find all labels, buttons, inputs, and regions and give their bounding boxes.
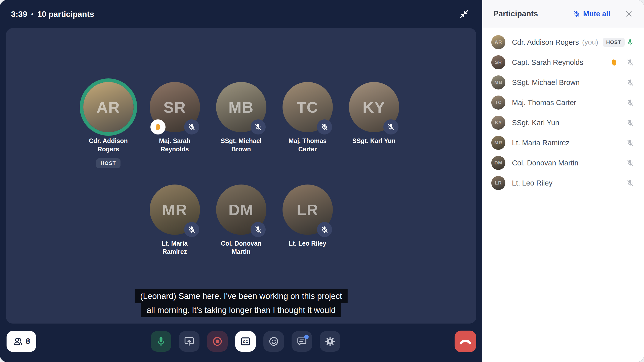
raised-hand-icon [611, 59, 618, 66]
mic-status-icon[interactable] [626, 119, 634, 126]
mic-status-icon[interactable] [626, 79, 634, 86]
avatar: KY [491, 116, 505, 130]
raised-hand-icon [154, 123, 162, 131]
caption-line-2: all morning. It's taking longer than I t… [141, 303, 341, 317]
participant-name: Maj. Thomas Carter [512, 99, 576, 107]
mic-status-icon[interactable] [626, 99, 634, 106]
participant-row[interactable]: DM Col. Donovan Martin [482, 153, 644, 173]
avatar-initials: AR [97, 98, 120, 116]
avatar: AR [491, 35, 505, 49]
mic-status-icon[interactable] [626, 38, 634, 46]
captions-button[interactable]: CC [235, 331, 256, 352]
control-bar: 8 [0, 322, 482, 362]
main-area: 3:39 • 10 participants AR Cdr. Ad [0, 0, 482, 362]
muted-mic-badge [317, 222, 332, 237]
participant-tile[interactable]: SR [146, 82, 204, 185]
mic-on-icon [155, 336, 167, 347]
participant-name: Maj. Thomas Carter [283, 137, 332, 153]
participant-tile[interactable]: LR Lt. Leo Riley [278, 185, 337, 287]
participant-grid: AR Cdr. Addison Rogers HOST SR [6, 28, 476, 287]
chat-notification-dot [304, 335, 309, 339]
participant-row[interactable]: TC Maj. Thomas Carter [482, 93, 644, 113]
avatar: AR [83, 82, 134, 132]
caption-line-1: (Leonard) Same here. I've been working o… [135, 289, 347, 303]
participant-tile[interactable]: TC Maj. Thomas Carter [278, 82, 337, 185]
mic-muted-icon [573, 10, 580, 17]
collapse-arrows-icon [459, 9, 470, 20]
mute-all-label: Mute all [583, 10, 610, 18]
host-badge: HOST [603, 38, 625, 47]
participant-row[interactable]: LR Lt. Leo Riley [482, 173, 644, 193]
participant-tile[interactable]: MR Lt. Maria Ramirez [146, 185, 204, 287]
avatar-wrap: SR [150, 82, 200, 132]
avatar-wrap: DM [216, 185, 266, 235]
participants-panel-header: Participants Mute all [482, 0, 644, 28]
mic-muted-icon [387, 123, 395, 131]
settings-button[interactable] [320, 331, 340, 352]
avatar-initials: KY [363, 98, 385, 116]
participant-row[interactable]: MB SSgt. Michael Brown [482, 72, 644, 93]
avatar-initials: MR [162, 201, 187, 219]
participant-name: Col. Donovan Martin [512, 159, 578, 167]
avatar-initials: MR [494, 140, 502, 146]
avatar-initials: LR [495, 180, 502, 186]
grid-row-2: MR Lt. Maria Ramirez DM [6, 185, 476, 287]
participant-row[interactable]: AR Cdr. Addison Rogers (you) HOST [482, 32, 644, 52]
avatar: SR [491, 55, 505, 69]
participant-row[interactable]: MR Lt. Maria Ramirez [482, 133, 644, 153]
participant-tile[interactable]: MB SSgt. Michael Brown [212, 82, 270, 185]
avatar-initials: TC [297, 98, 318, 116]
smiley-icon [268, 336, 279, 347]
raised-hand-badge [150, 119, 166, 134]
muted-mic-badge [184, 119, 199, 134]
mic-status-icon[interactable] [626, 159, 634, 167]
close-panel-button[interactable] [623, 10, 634, 18]
avatar-wrap: MR [150, 185, 200, 235]
mic-status-icon[interactable] [626, 139, 634, 147]
mic-muted-icon [254, 225, 262, 234]
separator-dot: • [31, 11, 33, 18]
avatar-initials: SR [495, 60, 502, 65]
avatar-initials: MB [494, 80, 502, 85]
avatar: MB [491, 75, 505, 89]
participants-count-button[interactable]: 8 [7, 331, 36, 352]
avatar-initials: DM [228, 201, 254, 219]
toolbar-controls: CC [36, 331, 455, 352]
mic-muted-icon [254, 123, 262, 131]
mic-status-icon[interactable] [626, 179, 634, 187]
meeting-timer: 3:39 [11, 10, 27, 19]
gear-icon [325, 336, 336, 347]
mic-status-icon[interactable] [626, 59, 634, 66]
minimize-button[interactable] [459, 9, 470, 20]
mic-muted-icon [188, 123, 196, 131]
participants-panel: Participants Mute all [482, 0, 644, 362]
avatar-initials: LR [297, 201, 318, 219]
mute-all-button[interactable]: Mute all [572, 10, 612, 18]
avatar: DM [491, 156, 505, 170]
reactions-button[interactable] [263, 331, 284, 352]
screen-share-button[interactable] [179, 331, 199, 352]
avatar-initials: AR [495, 39, 502, 45]
participant-name: Cdr. Addison Rogers [512, 38, 579, 47]
participant-tile[interactable]: KY SSgt. Karl Yun [345, 82, 403, 185]
participant-tile[interactable]: DM Col. Donovan Martin [212, 185, 270, 287]
participant-name: Maj. Sarah Reynolds [150, 137, 199, 153]
muted-mic-badge [383, 119, 398, 134]
participant-tile[interactable]: AR Cdr. Addison Rogers HOST [79, 82, 138, 185]
participant-row[interactable]: SR Capt. Sarah Reynolds [482, 52, 644, 72]
participant-row[interactable]: KY SSgt. Karl Yun [482, 113, 644, 133]
record-button[interactable] [207, 331, 228, 352]
svg-text:CC: CC [243, 340, 248, 344]
avatar-initials: DM [494, 160, 502, 166]
muted-mic-badge [184, 222, 199, 237]
leave-call-button[interactable] [455, 331, 476, 352]
participants-count: 8 [26, 337, 30, 346]
avatar-initials: SR [163, 98, 186, 116]
microphone-button[interactable] [151, 331, 171, 352]
hang-up-icon [459, 338, 472, 345]
participant-name: Lt. Leo Riley [289, 239, 326, 248]
chat-button[interactable] [292, 331, 312, 352]
you-label: (you) [582, 38, 598, 46]
mic-muted-icon [320, 123, 329, 131]
people-icon [13, 336, 23, 347]
